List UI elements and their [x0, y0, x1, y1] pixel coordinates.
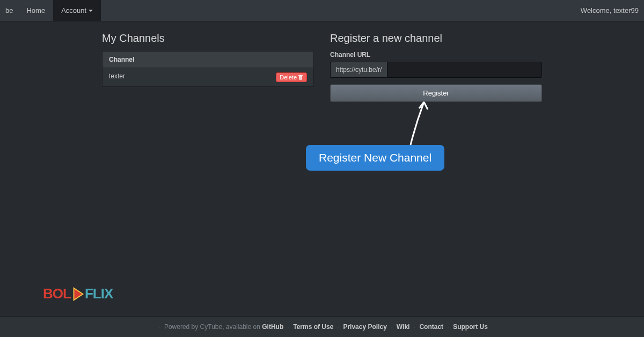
- welcome-text: Welcome, texter99: [581, 6, 639, 14]
- footer-link-wiki[interactable]: Wiki: [397, 323, 410, 331]
- annotation-label: Register New Channel: [306, 145, 444, 171]
- trash-icon: [298, 75, 303, 80]
- delete-label: Delete: [280, 74, 297, 80]
- channels-table: Channel texter Delete: [102, 51, 314, 87]
- main-container: My Channels Channel texter Delete: [0, 21, 644, 102]
- nav-home[interactable]: Home: [18, 0, 53, 21]
- channel-url-input[interactable]: [387, 62, 542, 78]
- channel-url-label: Channel URL: [330, 51, 542, 58]
- register-button[interactable]: Register: [330, 84, 542, 102]
- footer-link-privacy[interactable]: Privacy Policy: [343, 323, 386, 331]
- logo-part1: BOL: [43, 285, 71, 302]
- url-input-group: https://cytu.be/r/: [330, 62, 542, 78]
- brand-suffix: be: [0, 6, 18, 14]
- footer: · Powered by CyTube, available on GitHub…: [0, 316, 644, 337]
- delete-button[interactable]: Delete: [276, 72, 307, 82]
- nav-home-label: Home: [26, 6, 45, 14]
- footer-prefix: Powered by CyTube, available on: [164, 323, 260, 331]
- table-row: texter Delete: [103, 68, 314, 87]
- play-icon: [70, 286, 86, 302]
- channel-col-header: Channel: [103, 52, 314, 68]
- footer-link-support[interactable]: Support Us: [453, 323, 488, 331]
- channel-name[interactable]: texter: [109, 72, 125, 80]
- url-prefix: https://cytu.be/r/: [330, 62, 387, 78]
- register-heading: Register a new channel: [330, 32, 542, 45]
- nav-account[interactable]: Account: [53, 0, 101, 21]
- footer-link-terms[interactable]: Terms of Use: [293, 323, 333, 331]
- annotation-arrow-icon: [400, 97, 443, 150]
- nav-account-label: Account: [61, 6, 86, 14]
- navbar: be Home Account Welcome, texter99: [0, 0, 644, 21]
- boldflix-logo: BOL FLIX: [43, 285, 113, 302]
- footer-link-contact[interactable]: Contact: [419, 323, 443, 331]
- chevron-down-icon: [89, 10, 93, 12]
- my-channels-heading: My Channels: [102, 32, 314, 45]
- register-panel: Register a new channel Channel URL https…: [330, 32, 542, 102]
- my-channels-panel: My Channels Channel texter Delete: [102, 32, 314, 102]
- footer-link-github[interactable]: GitHub: [262, 323, 283, 331]
- logo-part2: FLIX: [85, 285, 113, 302]
- nav-welcome[interactable]: Welcome, texter99: [575, 6, 644, 14]
